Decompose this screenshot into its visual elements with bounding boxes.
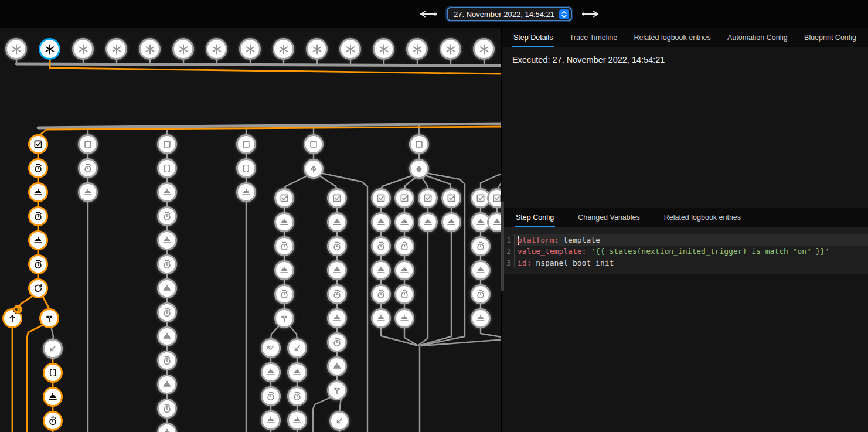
- node-bell[interactable]: [394, 308, 414, 328]
- node-split[interactable]: [327, 380, 347, 400]
- node-bell[interactable]: [261, 362, 281, 382]
- node-brackets[interactable]: [157, 158, 177, 178]
- node-timer[interactable]: [471, 236, 491, 256]
- node-timer[interactable]: [394, 236, 414, 256]
- previous-run-button[interactable]: [417, 8, 440, 20]
- node-bell[interactable]: [43, 387, 63, 407]
- node-timer[interactable]: [327, 332, 347, 352]
- node-square[interactable]: [304, 134, 324, 154]
- node-checkbox[interactable]: [394, 188, 414, 208]
- node-bell[interactable]: [394, 212, 414, 232]
- node-bell[interactable]: [157, 182, 177, 202]
- node-bell[interactable]: [371, 212, 391, 232]
- node-trigger-asterisk[interactable]: [206, 38, 227, 60]
- node-square[interactable]: [409, 134, 429, 154]
- node-checkbox[interactable]: [28, 134, 48, 154]
- node-bell[interactable]: [157, 278, 177, 298]
- node-timer[interactable]: [43, 411, 63, 431]
- tab-changed-variables[interactable]: Changed Variables: [577, 208, 641, 227]
- node-timer[interactable]: [471, 284, 491, 304]
- tab-blueprint-config[interactable]: Blueprint Config: [803, 28, 857, 47]
- node-arrow-dl[interactable]: [287, 338, 307, 358]
- node-trigger-asterisk[interactable]: [72, 38, 94, 60]
- node-bell[interactable]: [157, 326, 177, 346]
- node-trigger-asterisk[interactable]: [39, 38, 60, 60]
- node-checkbox[interactable]: [441, 188, 461, 208]
- node-timer[interactable]: [327, 236, 347, 256]
- node-trigger-asterisk[interactable]: [5, 38, 27, 60]
- node-timer[interactable]: [78, 158, 98, 178]
- node-trigger-asterisk[interactable]: [373, 38, 394, 60]
- node-timer[interactable]: [157, 254, 177, 274]
- node-timer[interactable]: [287, 386, 307, 406]
- node-timer[interactable]: [274, 284, 294, 304]
- node-bell[interactable]: [327, 308, 347, 328]
- node-timer[interactable]: [28, 206, 48, 226]
- node-bell[interactable]: [157, 375, 177, 394]
- node-bell[interactable]: [327, 356, 347, 376]
- node-trigger-asterisk[interactable]: [440, 38, 461, 60]
- node-bell[interactable]: [371, 308, 391, 328]
- node-bell[interactable]: [78, 182, 98, 202]
- step-config-editor[interactable]: 1platform: template2value_template: '{{ …: [502, 227, 868, 274]
- node-bell[interactable]: [327, 260, 347, 280]
- tab-automation-config[interactable]: Automation Config: [726, 28, 789, 47]
- node-timer[interactable]: [274, 236, 294, 256]
- tab-related-logbook-entries[interactable]: Related logbook entries: [663, 208, 742, 227]
- node-bell[interactable]: [261, 410, 281, 430]
- node-timer[interactable]: [157, 206, 177, 226]
- node-bell[interactable]: [471, 260, 491, 280]
- node-timer[interactable]: [157, 351, 177, 370]
- node-trigger-asterisk[interactable]: [172, 38, 194, 60]
- node-bell[interactable]: [236, 182, 256, 202]
- node-timer[interactable]: [28, 158, 48, 178]
- node-bell[interactable]: [274, 260, 294, 280]
- tab-step-details[interactable]: Step Details: [512, 28, 554, 47]
- node-timer[interactable]: [371, 236, 391, 256]
- node-timer[interactable]: [371, 284, 391, 304]
- tab-step-config[interactable]: Step Config: [515, 208, 555, 227]
- node-bell[interactable]: [287, 362, 307, 382]
- node-trigger-asterisk[interactable]: [139, 38, 161, 60]
- node-timer[interactable]: [327, 284, 347, 304]
- node-arrow-dl[interactable]: [43, 339, 63, 359]
- node-split[interactable]: [274, 308, 294, 328]
- node-timer[interactable]: [28, 254, 48, 274]
- next-run-button[interactable]: [579, 8, 601, 20]
- graph-scrollbar-thumb[interactable]: [501, 201, 504, 291]
- node-timer[interactable]: [157, 302, 177, 322]
- node-bell[interactable]: [28, 182, 48, 202]
- node-bell[interactable]: [394, 260, 414, 280]
- node-checkbox[interactable]: [371, 188, 391, 208]
- node-square[interactable]: [78, 134, 98, 154]
- node-square[interactable]: [157, 134, 177, 154]
- node-arrow-dl[interactable]: [329, 411, 349, 431]
- node-bell[interactable]: [471, 308, 491, 328]
- node-brackets[interactable]: [43, 363, 63, 383]
- node-trigger-asterisk[interactable]: [239, 38, 261, 60]
- tab-related-logbook-entries[interactable]: Related logbook entries: [632, 28, 712, 47]
- node-bell[interactable]: [327, 212, 347, 232]
- node-timer[interactable]: [261, 386, 281, 406]
- node-bell[interactable]: [28, 230, 48, 250]
- tab-trace-timeline[interactable]: Trace Timeline: [569, 28, 619, 47]
- node-choose[interactable]: [304, 159, 324, 179]
- node-trigger-asterisk[interactable]: [406, 38, 428, 60]
- node-trigger-asterisk[interactable]: [273, 38, 294, 60]
- node-checkbox[interactable]: [327, 188, 347, 208]
- node-trigger-asterisk[interactable]: [473, 38, 495, 60]
- node-square[interactable]: [236, 134, 256, 154]
- node-bell[interactable]: [287, 410, 307, 430]
- node-brackets[interactable]: [236, 158, 256, 178]
- node-trigger-asterisk[interactable]: [339, 38, 361, 60]
- node-choose[interactable]: [409, 159, 429, 179]
- node-bell[interactable]: [157, 230, 177, 250]
- node-check-arrow[interactable]: [261, 338, 281, 358]
- node-bell[interactable]: [274, 212, 294, 232]
- node-checkbox[interactable]: [418, 188, 438, 208]
- run-selector[interactable]: 27. November 2022, 14:54:21: [447, 7, 572, 21]
- node-trigger-asterisk[interactable]: [105, 38, 127, 60]
- node-timer[interactable]: [394, 284, 414, 304]
- node-bell[interactable]: [371, 260, 391, 280]
- node-bell[interactable]: [441, 212, 461, 232]
